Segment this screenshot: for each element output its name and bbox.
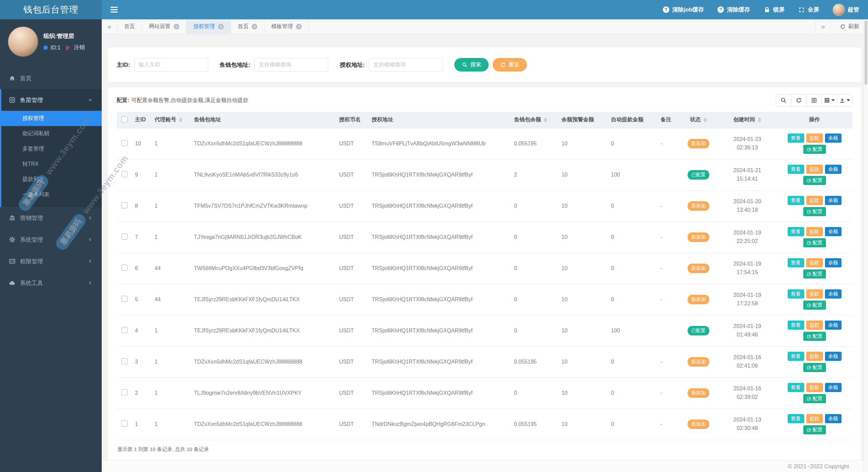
sort-icon[interactable] xyxy=(758,118,761,122)
nav-clear-job-cache[interactable]: ?清除job缓存 xyxy=(663,6,704,14)
sidebar-item-transfer-trx[interactable]: 转TRX xyxy=(1,157,102,172)
view-button[interactable]: 查看 xyxy=(788,414,804,423)
withdraw-button[interactable]: 提款 xyxy=(806,196,823,205)
close-icon[interactable]: × xyxy=(252,24,257,29)
scrollbar-thumb[interactable] xyxy=(865,20,867,85)
view-button[interactable]: 查看 xyxy=(788,227,804,236)
configure-button[interactable]: 配置 xyxy=(803,145,826,154)
toolbar-export-button[interactable] xyxy=(837,94,852,106)
row-checkbox[interactable] xyxy=(121,171,127,177)
view-button[interactable]: 查看 xyxy=(788,289,804,299)
column-header-balance[interactable]: 鱼钱包余额 xyxy=(511,112,559,128)
fish-wallet-address-input[interactable] xyxy=(254,58,328,71)
balance-button[interactable]: 余额 xyxy=(825,227,842,236)
tab-site-settings[interactable]: 网站设置× xyxy=(142,19,186,34)
balance-button[interactable]: 余额 xyxy=(825,383,842,392)
balance-button[interactable]: 余额 xyxy=(825,258,842,267)
sidebar-item-system-management[interactable]: 系统管理 xyxy=(0,229,102,250)
column-header-created[interactable]: 创建时间 xyxy=(718,112,776,128)
main-id-input[interactable] xyxy=(134,58,208,71)
tabs-scroll-left-icon[interactable]: « xyxy=(102,19,117,34)
sidebar-item-auth-management[interactable]: 授权管理 xyxy=(1,111,102,126)
row-checkbox[interactable] xyxy=(121,358,127,364)
reset-button[interactable]: 重置 xyxy=(493,58,527,71)
configure-button[interactable]: 配置 xyxy=(803,207,826,216)
configure-button[interactable]: 配置 xyxy=(803,176,826,185)
column-header-status[interactable]: 状态 xyxy=(679,112,718,128)
close-icon[interactable]: × xyxy=(296,24,302,29)
view-button[interactable]: 查看 xyxy=(788,258,804,267)
balance-button[interactable]: 余额 xyxy=(825,165,842,174)
sort-icon[interactable] xyxy=(544,118,547,122)
view-button[interactable]: 查看 xyxy=(788,321,804,330)
row-checkbox[interactable] xyxy=(121,233,127,240)
withdraw-button[interactable]: 提款 xyxy=(806,414,823,423)
view-button[interactable]: 查看 xyxy=(788,196,804,205)
balance-button[interactable]: 余额 xyxy=(825,321,842,330)
configure-button[interactable]: 配置 xyxy=(803,363,826,372)
balance-button[interactable]: 余额 xyxy=(825,196,842,205)
column-header-agent[interactable]: 代理账号 xyxy=(152,112,191,128)
view-button[interactable]: 查看 xyxy=(788,165,804,174)
tab-refresh-button[interactable]: 刷新 xyxy=(831,19,868,34)
row-checkbox[interactable] xyxy=(121,140,127,146)
sidebar-item-mnemonic-private-key[interactable]: 助记词私钥 xyxy=(1,126,102,141)
sort-icon[interactable] xyxy=(179,118,182,122)
balance-button[interactable]: 余额 xyxy=(825,289,842,299)
view-button[interactable]: 查看 xyxy=(788,383,804,392)
toolbar-toggle-view-button[interactable] xyxy=(806,94,822,106)
sidebar-item-withdraw-list[interactable]: 提款列表 xyxy=(1,172,102,187)
tab-home-1[interactable]: 首页 xyxy=(117,19,142,34)
sidebar-item-fish-management[interactable]: 鱼苗管理 xyxy=(1,89,102,111)
auth-address-input[interactable] xyxy=(369,58,443,71)
sidebar-item-permission-management[interactable]: 权限管理 xyxy=(0,250,102,272)
toolbar-refresh-button[interactable] xyxy=(791,94,807,106)
nav-clear-cache[interactable]: ?清除缓存 xyxy=(717,6,750,14)
nav-user[interactable]: 超管 xyxy=(833,4,859,16)
search-button[interactable]: 搜索 xyxy=(454,58,489,71)
withdraw-button[interactable]: 提款 xyxy=(806,227,823,236)
sidebar-item-onewave-kill-list[interactable]: 一波杀列表 xyxy=(1,187,102,202)
withdraw-button[interactable]: 提款 xyxy=(806,383,823,392)
tab-template-management[interactable]: 模板管理× xyxy=(264,19,309,34)
sidebar-item-system-tools[interactable]: 系统工具 xyxy=(0,272,102,294)
toolbar-columns-button[interactable] xyxy=(822,94,837,106)
configure-button[interactable]: 配置 xyxy=(803,425,826,434)
sort-icon[interactable] xyxy=(704,118,707,122)
select-all-checkbox[interactable] xyxy=(121,116,127,122)
view-button[interactable]: 查看 xyxy=(788,134,804,143)
sidebar-item-multisig-management[interactable]: 多签管理 xyxy=(1,141,102,157)
configure-button[interactable]: 配置 xyxy=(803,238,826,247)
logout-link[interactable]: 注销 xyxy=(74,44,85,51)
withdraw-button[interactable]: 提款 xyxy=(806,352,823,361)
balance-button[interactable]: 余额 xyxy=(825,414,842,423)
nav-lock-screen[interactable]: 锁屏 xyxy=(764,6,785,14)
row-checkbox[interactable] xyxy=(121,202,127,208)
sidebar-item-home[interactable]: 首页 xyxy=(0,67,102,89)
toolbar-search-button[interactable] xyxy=(776,94,791,106)
close-icon[interactable]: × xyxy=(218,24,224,29)
configure-button[interactable]: 配置 xyxy=(803,269,826,279)
withdraw-button[interactable]: 提款 xyxy=(806,321,823,330)
close-icon[interactable]: × xyxy=(174,24,179,29)
balance-button[interactable]: 余额 xyxy=(825,352,842,361)
configure-button[interactable]: 配置 xyxy=(803,332,826,341)
sidebar-item-marketing-management[interactable]: 营销管理 xyxy=(0,207,102,229)
row-checkbox[interactable] xyxy=(121,265,127,271)
row-checkbox[interactable] xyxy=(121,327,127,333)
row-checkbox[interactable] xyxy=(121,296,127,302)
configure-button[interactable]: 配置 xyxy=(803,394,826,403)
tabs-scroll-right-icon[interactable]: » xyxy=(815,19,831,34)
row-checkbox[interactable] xyxy=(121,420,127,427)
configure-button[interactable]: 配置 xyxy=(803,301,826,310)
row-checkbox[interactable] xyxy=(121,389,127,395)
withdraw-button[interactable]: 提款 xyxy=(806,289,823,299)
tab-auth-management[interactable]: 授权管理× xyxy=(186,19,231,34)
withdraw-button[interactable]: 提款 xyxy=(806,165,823,174)
tab-home-2[interactable]: 首页× xyxy=(231,19,264,34)
balance-button[interactable]: 余额 xyxy=(825,134,842,143)
nav-fullscreen[interactable]: 全屏 xyxy=(798,6,819,14)
view-button[interactable]: 查看 xyxy=(788,352,804,361)
withdraw-button[interactable]: 提款 xyxy=(806,258,823,267)
withdraw-button[interactable]: 提款 xyxy=(806,134,823,143)
